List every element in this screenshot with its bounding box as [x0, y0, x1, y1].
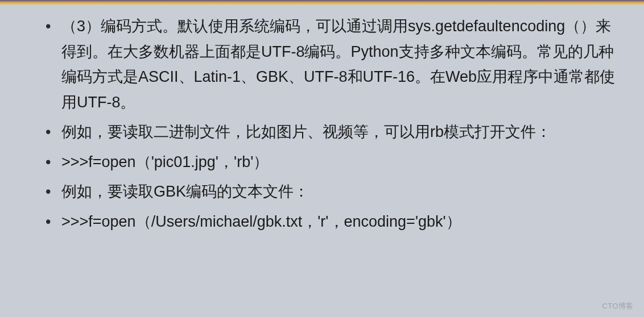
list-item: >>>f=open（/Users/michael/gbk.txt，'r'，enc… — [46, 209, 616, 235]
top-accent-border — [0, 0, 644, 5]
list-item: 例如，要读取GBK编码的文本文件： — [46, 179, 616, 205]
slide-content: （3）编码方式。默认使用系统编码，可以通过调用sys.getdefaultenc… — [0, 0, 644, 250]
list-item: >>>f=open（'pic01.jpg'，'rb'） — [46, 149, 616, 175]
list-item: （3）编码方式。默认使用系统编码，可以通过调用sys.getdefaultenc… — [46, 14, 616, 115]
watermark-text: CTO博客 — [602, 301, 634, 311]
list-item: 例如，要读取二进制文件，比如图片、视频等，可以用rb模式打开文件： — [46, 119, 616, 145]
bullet-list: （3）编码方式。默认使用系统编码，可以通过调用sys.getdefaultenc… — [46, 14, 616, 234]
